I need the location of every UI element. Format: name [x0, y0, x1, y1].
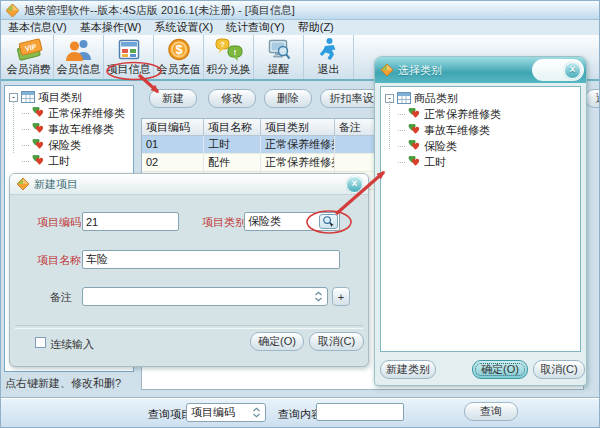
close-icon[interactable]: [564, 62, 581, 79]
select-category-dialog: 选择类别 商品类别 正常保养维修类: [374, 56, 587, 386]
tree-item[interactable]: 保险类: [9, 137, 133, 153]
tree-connector: [13, 101, 14, 153]
code-input[interactable]: [82, 212, 179, 231]
cell-name: 工时: [204, 136, 261, 153]
table-grid-icon: [21, 91, 35, 103]
tree-item[interactable]: 工时: [385, 154, 580, 170]
add-note-button[interactable]: +: [332, 287, 350, 306]
updown-spinner-icon[interactable]: [252, 407, 261, 418]
category-tree-area: 商品类别 正常保养维修类 事故车维修类 保险类 工时: [380, 86, 581, 352]
column-header-name[interactable]: 项目名称: [204, 119, 261, 136]
updown-spinner-icon[interactable]: [314, 291, 323, 302]
dialog-separator: [15, 325, 363, 329]
tree-item[interactable]: 事故车维修类: [9, 121, 133, 137]
continuous-input-checkbox[interactable]: [35, 337, 46, 348]
dialog-titlebar[interactable]: 新建项目: [10, 174, 368, 195]
new-category-button[interactable]: 新建类别: [380, 360, 436, 379]
category-lookup-button[interactable]: [319, 214, 338, 229]
tree-item[interactable]: 事故车维修类: [385, 122, 580, 138]
toolbar-label: 会员消费: [7, 62, 51, 77]
category-cancel-button[interactable]: 取消(C): [533, 360, 585, 379]
members-icon: [65, 37, 93, 62]
toolbar-member-consume-button[interactable]: VIP 会员消费: [4, 35, 54, 79]
menu-basic-info[interactable]: 基本信息(V): [8, 20, 67, 35]
category-ok-button[interactable]: 确定(O): [472, 360, 528, 379]
tree-item[interactable]: 正常保养维修类: [9, 105, 133, 121]
delete-button[interactable]: 删除: [264, 89, 312, 108]
toolbar-label: 提醒: [268, 62, 290, 77]
hearts-category-icon: [32, 123, 45, 135]
column-header-code[interactable]: 项目编码: [142, 119, 204, 136]
query-bar: 查询项目 项目编码 查询内容 查询: [1, 397, 599, 428]
toolbar-member-info-button[interactable]: 会员信息: [54, 35, 104, 79]
hearts-category-icon: [32, 139, 45, 151]
tree-connector: [389, 101, 390, 149]
close-icon[interactable]: [346, 176, 363, 193]
goods-category-tree: 商品类别 正常保养维修类 事故车维修类 保险类 工时: [381, 87, 580, 170]
toolbar-label: 会员充值: [157, 62, 201, 77]
project-grid-icon: [116, 37, 142, 62]
new-button[interactable]: 新建: [149, 89, 197, 108]
tree-root-goods-category[interactable]: 商品类别: [385, 90, 580, 106]
search-button[interactable]: 查询: [464, 402, 518, 421]
query-item-combo[interactable]: 项目编码: [186, 403, 266, 422]
category-label: 项目类别: [202, 215, 246, 230]
exchange-bubbles-icon: ?!: [215, 37, 243, 62]
menu-basic-ops[interactable]: 基本操作(W): [80, 20, 142, 35]
tree-item-label: 正常保养维修类: [424, 107, 501, 122]
toolbar-project-info-button[interactable]: 项目信息: [104, 35, 154, 79]
titlebar-close-area: [532, 59, 584, 81]
cell-name: 配件: [204, 154, 261, 171]
column-header-category[interactable]: 项目类别: [261, 119, 335, 136]
right-click-hint: 点右键新建、修改和删?: [5, 376, 121, 391]
tree-item-label: 保险类: [48, 138, 81, 153]
coin-icon: $: [166, 37, 192, 62]
toolbar-label: 退出: [318, 62, 340, 77]
edit-button[interactable]: 修改: [208, 89, 256, 108]
table-grid-icon: [397, 92, 411, 104]
svg-text:$: $: [175, 42, 183, 57]
tree-item-label: 保险类: [424, 139, 457, 154]
toolbar-points-exchange-button[interactable]: ?! 积分兑换: [204, 35, 254, 79]
toolbar-label: 会员信息: [57, 62, 101, 77]
svg-text:!: !: [233, 48, 236, 57]
name-label: 项目名称: [37, 253, 81, 268]
new-project-dialog: 新建项目 项目编码 项目类别 项目名称 备注 + 连续输入 确定(O) 取消(C…: [9, 173, 369, 367]
toolbar-label: 项目信息: [107, 62, 151, 77]
tree-item[interactable]: 保险类: [385, 138, 580, 154]
toolbar-exit-button[interactable]: 退出: [304, 35, 354, 79]
dialog-title: 新建项目: [34, 177, 78, 192]
name-input[interactable]: [82, 250, 340, 269]
exit-person-icon: [317, 37, 341, 62]
toolbar-member-recharge-button[interactable]: $ 会员充值: [154, 35, 204, 79]
app-window: 旭荣管理软件--版本:4S店版 2016.1(未注册) - [项目信息] 基本信…: [0, 0, 600, 428]
tree-root-label: 项目类别: [38, 90, 82, 105]
query-content-input[interactable]: [316, 403, 404, 421]
toolbar-reminder-button[interactable]: 提醒: [254, 35, 304, 79]
dialog-ok-button[interactable]: 确定(O): [250, 332, 304, 351]
cell-code: 01: [142, 136, 204, 153]
note-combo[interactable]: [82, 287, 328, 306]
query-item-value: 项目编码: [191, 405, 235, 420]
tree-item-label: 工时: [48, 154, 70, 169]
dialog-cancel-button[interactable]: 取消(C): [309, 332, 364, 351]
cell-code: 02: [142, 154, 204, 171]
tree-item[interactable]: 工时: [9, 153, 133, 169]
dialog-titlebar[interactable]: 选择类别: [375, 57, 586, 83]
tree-item[interactable]: 正常保养维修类: [385, 106, 580, 122]
tree-item-label: 事故车维修类: [424, 123, 490, 138]
hearts-category-icon: [32, 107, 45, 119]
menu-bar: 基本信息(V) 基本操作(W) 系统设置(X) 统计查询(Y) 帮助(Z): [1, 20, 599, 35]
cell-category: 正常保养维修类: [261, 136, 335, 153]
tree-root-project-category[interactable]: 项目类别: [9, 89, 133, 105]
menu-help[interactable]: 帮助(Z): [298, 20, 334, 35]
vip-cards-icon: VIP: [14, 37, 44, 62]
menu-stats-query[interactable]: 统计查询(Y): [226, 20, 285, 35]
reminder-icon: [266, 37, 292, 62]
app-logo-diamond-icon: [6, 4, 19, 17]
tree-item-label: 工时: [424, 155, 446, 170]
hearts-category-icon: [408, 140, 421, 152]
menu-system-settings[interactable]: 系统设置(X): [154, 20, 213, 35]
exit-form-button[interactable]: 退 出: [585, 89, 600, 108]
code-label: 项目编码: [37, 215, 81, 230]
